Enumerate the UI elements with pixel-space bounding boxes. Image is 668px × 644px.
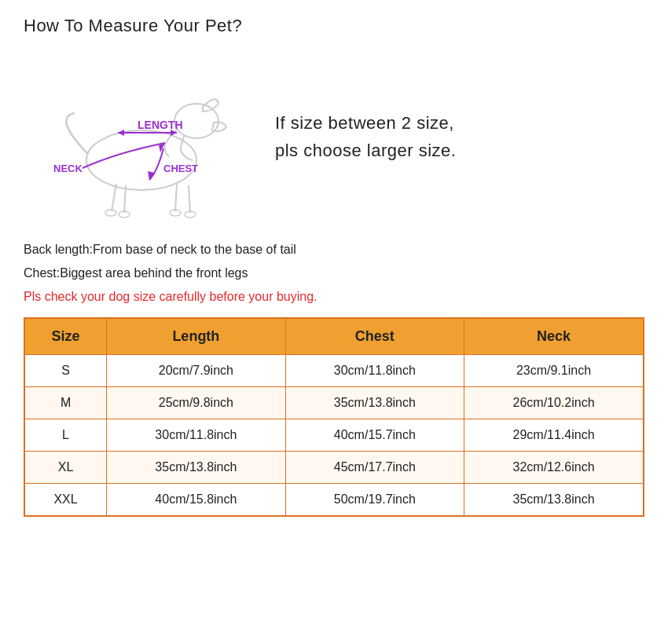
svg-line-2: [175, 184, 177, 211]
instructions: Back length:From base of neck to the bas…: [24, 240, 644, 306]
table-row: M25cm/9.8inch35cm/13.8inch26cm/10.2inch: [24, 387, 644, 419]
svg-text:NECK: NECK: [53, 163, 83, 174]
size-cell: M: [24, 387, 107, 419]
size-table: SizeLengthChestNeck S20cm/7.9inch30cm/11…: [24, 317, 644, 517]
table-header-length: Length: [107, 318, 285, 355]
warning-text: Pls check your dog size carefully before…: [24, 287, 644, 306]
svg-marker-11: [118, 130, 124, 136]
page-title: How To Measure Your Pet?: [24, 16, 644, 36]
length-cell: 30cm/11.8inch: [107, 419, 285, 452]
table-row: XL35cm/13.8inch45cm/17.7inch32cm/12.6inc…: [24, 452, 644, 484]
table-header-row: SizeLengthChestNeck: [24, 318, 644, 355]
neck-cell: 26cm/10.2inch: [464, 387, 644, 419]
table-row: XXL40cm/15.8inch50cm/19.7inch35cm/13.8in…: [24, 484, 644, 517]
svg-text:CHEST: CHEST: [163, 163, 198, 174]
back-length-instruction: Back length:From base of neck to the bas…: [24, 240, 644, 259]
length-cell: 40cm/15.8inch: [107, 484, 285, 517]
svg-line-4: [112, 184, 116, 211]
advice-line2: pls choose larger size.: [275, 137, 456, 164]
table-row: S20cm/7.9inch30cm/11.8inch23cm/9.1inch: [24, 355, 644, 387]
length-cell: 20cm/7.9inch: [107, 355, 285, 387]
neck-cell: 32cm/12.6inch: [464, 452, 644, 484]
svg-text:LENGTH: LENGTH: [138, 119, 183, 131]
length-cell: 35cm/13.8inch: [107, 452, 285, 484]
svg-point-8: [105, 210, 116, 216]
size-cell: L: [24, 419, 107, 452]
table-header-neck: Neck: [464, 318, 644, 355]
table-header-chest: Chest: [285, 318, 464, 355]
advice-line1: If size between 2 size,: [275, 109, 456, 137]
svg-line-3: [189, 185, 190, 213]
size-cell: XL: [24, 452, 107, 484]
chest-cell: 40cm/15.7inch: [285, 419, 464, 452]
neck-cell: 29cm/11.4inch: [464, 419, 644, 452]
chest-cell: 50cm/19.7inch: [285, 484, 464, 517]
size-cell: XXL: [24, 484, 107, 517]
length-cell: 25cm/9.8inch: [107, 387, 285, 419]
neck-cell: 23cm/9.1inch: [464, 355, 644, 387]
size-cell: S: [24, 355, 107, 387]
table-row: L30cm/11.8inch40cm/15.7inch29cm/11.4inch: [24, 419, 644, 452]
chest-instruction: Chest:Biggest area behind the front legs: [24, 264, 644, 283]
neck-cell: 35cm/13.8inch: [464, 484, 644, 517]
size-advice: If size between 2 size, pls choose large…: [275, 109, 456, 164]
chest-cell: 35cm/13.8inch: [285, 387, 464, 419]
top-section: LENGTH CHEST NECK If size between 2 size…: [24, 50, 644, 223]
dog-diagram: LENGTH CHEST NECK: [24, 50, 244, 223]
table-header-size: Size: [24, 318, 107, 355]
chest-cell: 30cm/11.8inch: [285, 355, 464, 387]
chest-cell: 45cm/17.7inch: [285, 452, 464, 484]
